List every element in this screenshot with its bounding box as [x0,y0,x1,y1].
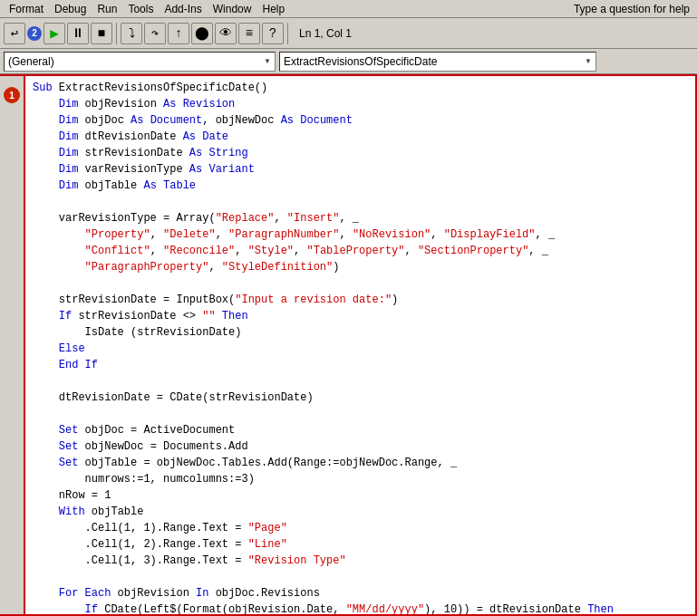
position-label: Ln 1, Col 1 [299,27,352,40]
menu-addins[interactable]: Add-Ins [159,0,207,17]
run-button[interactable]: ▶ [44,23,65,44]
help-button[interactable]: ? [262,23,284,44]
left-margin: 1 [0,74,25,616]
breakpoint-button[interactable]: ⬤ [191,23,213,44]
menu-help[interactable]: Help [257,0,290,17]
menu-debug[interactable]: Debug [49,0,92,17]
menu-run[interactable]: Run [92,0,122,17]
code-container: 1 Sub ExtractRevisionsOfSpecificDate() D… [0,74,697,616]
menubar: Format Debug Run Tools Add-Ins Window He… [0,0,697,18]
pause-button[interactable]: ⏸ [67,23,89,44]
dropdowns: (General) ▼ ExtractRevisionsOfSpecificDa… [0,49,697,74]
general-dropdown[interactable]: (General) ▼ [4,52,276,72]
badge-2: 2 [27,26,42,41]
margin-badge: 1 [4,87,20,103]
step-out-button[interactable]: ↑ [168,23,189,44]
step-into-button[interactable]: ⤵ [121,23,142,44]
menu-format[interactable]: Format [4,0,49,17]
general-dropdown-value: (General) [8,55,54,68]
menu-tools[interactable]: Tools [122,0,159,17]
general-dropdown-arrow: ▼ [264,57,271,65]
procedure-dropdown-arrow: ▼ [585,57,592,65]
step-over-button[interactable]: ↷ [144,23,166,44]
stop-button[interactable]: ■ [91,23,112,44]
menu-window[interactable]: Window [208,0,257,17]
code-editor[interactable]: Sub ExtractRevisionsOfSpecificDate() Dim… [25,74,697,616]
help-question-text: Type a question for help [574,3,690,15]
watch-button[interactable]: 👁 [215,23,237,44]
procedure-dropdown-value: ExtractRevisionsOfSpecificDate [284,55,437,68]
locals-button[interactable]: ≡ [238,23,260,44]
toolbar: ↩ 2 ▶ ⏸ ■ ⤵ ↷ ↑ ⬤ 👁 ≡ ? Ln 1, Col 1 [0,18,697,49]
procedure-dropdown[interactable]: ExtractRevisionsOfSpecificDate ▼ [279,52,596,72]
separator-2 [287,23,288,44]
separator-1 [116,23,117,44]
undo-button[interactable]: ↩ [4,23,25,44]
